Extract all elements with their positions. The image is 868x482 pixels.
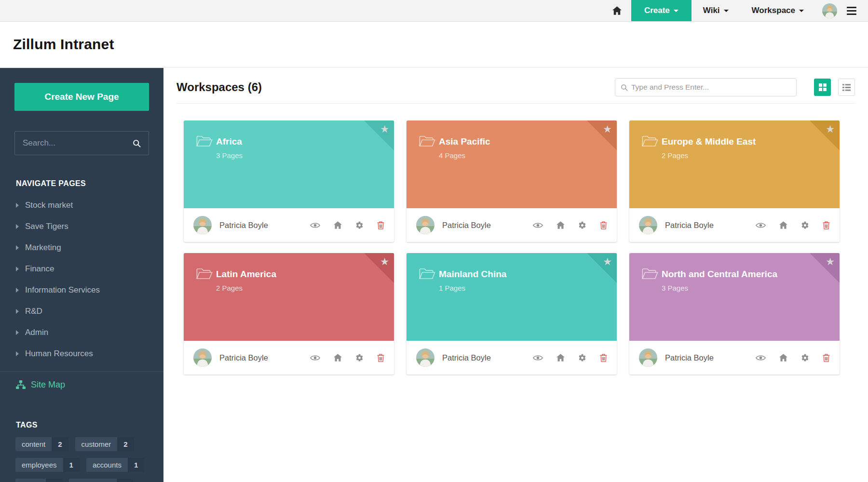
sidebar-nav-item[interactable]: Save Tigers [0,216,163,237]
sidebar-nav-list: Stock market Save Tigers Marketing Finan… [0,195,163,364]
page-title: Zillum Intranet [13,36,868,53]
workspace-card-footer: Patricia Boyle [184,341,394,375]
eye-icon[interactable] [756,354,766,362]
workspace-card-cover[interactable]: ★ Europe & Middle East 2 Pages [629,120,840,208]
menu-icon[interactable] [847,7,856,15]
nav-home-button[interactable] [603,0,631,21]
gear-icon[interactable] [355,354,364,362]
home-icon[interactable] [779,221,787,229]
eye-icon[interactable] [533,354,543,362]
eye-icon[interactable] [756,222,766,229]
owner-avatar[interactable] [416,348,434,367]
nav-create-button[interactable]: Create [631,0,692,21]
eye-icon[interactable] [533,222,543,229]
folder-icon [419,268,435,283]
trash-icon[interactable] [600,221,607,229]
sidebar-nav-item[interactable]: R&D [0,301,163,322]
owner-avatar[interactable] [416,216,434,234]
trash-icon[interactable] [377,354,384,362]
home-icon[interactable] [334,354,342,362]
tag-pill[interactable]: accounts 1 [86,458,144,472]
sidebar-nav-item[interactable]: Admin [0,322,163,343]
star-icon[interactable]: ★ [826,124,835,134]
workspace-search-input[interactable] [631,83,791,92]
header-rule [176,103,855,104]
tag-pill[interactable]: customer 2 [75,437,134,451]
user-avatar[interactable] [822,3,837,18]
workspace-card: ★ Latin America 2 Pages Patricia Boyle [184,253,394,375]
workspace-card-footer: Patricia Boyle [629,341,840,375]
star-icon[interactable]: ★ [826,256,835,267]
corner-fold [587,253,617,283]
sidebar-nav-item[interactable]: Stock market [0,195,163,216]
card-actions [533,221,607,229]
tag-count-badge: 1 [46,479,62,482]
gear-icon[interactable] [578,354,586,362]
owner-avatar[interactable] [639,348,657,367]
gear-icon[interactable] [801,354,809,362]
tag-pill[interactable]: content 2 [15,437,68,451]
sidebar-nav-item-label: Stock market [25,201,73,210]
main-content: Workspaces (6) [163,78,868,482]
tag-label: content [15,437,52,451]
trash-icon[interactable] [377,221,384,229]
tag-count-badge: 2 [52,437,68,451]
sidebar-nav-item[interactable]: Information Services [0,280,163,301]
tag-pill[interactable]: funds 1 [15,479,62,482]
sidebar-nav-item[interactable]: Human Resources [0,343,163,364]
star-icon[interactable]: ★ [603,256,612,267]
grid-view-button[interactable] [814,79,831,96]
corner-fold [364,120,394,150]
sidebar-nav-item-label: R&D [25,307,42,316]
sidebar-search-input[interactable] [23,138,133,148]
list-view-icon [842,84,851,91]
star-icon[interactable]: ★ [380,124,389,134]
workspace-card-cover[interactable]: ★ Mainland China 1 Pages [407,253,617,341]
workspace-card: ★ Europe & Middle East 2 Pages Patricia … [629,120,840,242]
star-icon[interactable]: ★ [603,124,612,134]
nav-wiki-button[interactable]: Wiki [692,0,740,21]
home-icon[interactable] [334,221,342,229]
tag-pill[interactable]: employees 1 [15,458,80,472]
gear-icon[interactable] [801,221,809,229]
tag-count-badge: 1 [63,458,80,472]
create-new-page-button[interactable]: Create New Page [14,83,149,111]
list-view-button[interactable] [838,79,855,96]
workspace-card-cover[interactable]: ★ North and Central America 3 Pages [629,253,840,341]
owner-avatar[interactable] [639,216,657,234]
search-icon[interactable] [133,139,141,147]
corner-fold [364,253,394,283]
workspace-card-cover[interactable]: ★ Africa 3 Pages [184,120,394,208]
eye-icon[interactable] [310,354,320,362]
sidebar-nav-item[interactable]: Finance [0,258,163,280]
workspace-name: Asia Pacific [407,120,617,147]
gear-icon[interactable] [355,221,364,229]
owner-avatar[interactable] [193,216,212,234]
nav-workspace-button[interactable]: Workspace [740,0,815,21]
tag-count-badge: 1 [128,458,144,472]
home-icon[interactable] [556,221,565,229]
site-map-link[interactable]: Site Map [0,372,163,398]
eye-icon[interactable] [310,222,320,229]
card-actions [756,221,830,229]
tag-label: accounts [86,458,128,472]
home-icon[interactable] [779,354,787,362]
star-icon[interactable]: ★ [380,256,389,267]
tag-pill[interactable]: investment 1 [69,479,133,482]
trash-icon[interactable] [600,354,607,362]
trash-icon[interactable] [823,354,830,362]
owner-avatar[interactable] [193,348,212,367]
sidebar-nav-item[interactable]: Marketing [0,237,163,258]
workspace-name: Mainland China [407,253,617,280]
owner-name: Patricia Boyle [665,221,714,230]
owner-name: Patricia Boyle [665,353,714,362]
triangle-bullet-icon [16,288,19,293]
gear-icon[interactable] [578,221,586,229]
home-icon[interactable] [556,354,565,362]
tag-label: investment [69,479,117,482]
triangle-bullet-icon [16,203,19,208]
trash-icon[interactable] [823,221,830,229]
owner-name: Patricia Boyle [219,353,268,362]
workspace-card-cover[interactable]: ★ Asia Pacific 4 Pages [407,120,617,208]
workspace-card-cover[interactable]: ★ Latin America 2 Pages [184,253,394,341]
